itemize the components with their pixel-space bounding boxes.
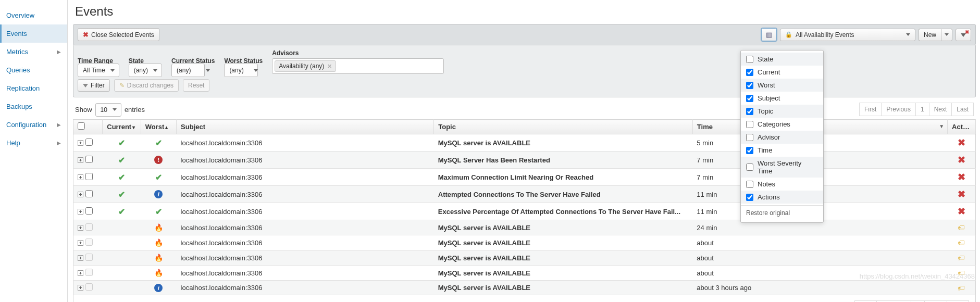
table-row[interactable]: ✔ilocalhost.localdomain:3306Attempted Co…	[73, 186, 976, 203]
column-option-categories[interactable]: Categories	[741, 118, 823, 131]
column-checkbox[interactable]	[746, 108, 753, 115]
table-row[interactable]: ✔✔localhost.localdomain:3306MySQL server…	[73, 134, 976, 152]
column-checkbox[interactable]	[746, 56, 753, 63]
expand-icon[interactable]	[78, 157, 83, 163]
table-row[interactable]: 🔥localhost.localdomain:3306MySQL server …	[73, 220, 976, 235]
close-action-icon[interactable]: ✖	[958, 155, 965, 165]
column-option-label: Topic	[758, 107, 773, 115]
discard-button[interactable]: ✎ Discard changes	[114, 79, 179, 92]
reset-label: Reset	[188, 82, 204, 89]
th-filter-icon[interactable]: ▼	[939, 123, 944, 129]
column-option-advisor[interactable]: Advisor	[741, 131, 823, 144]
table-row[interactable]: ilocalhost.localdomain:3306MySQL server …	[73, 281, 976, 295]
close-action-icon[interactable]: ✖	[958, 206, 965, 217]
state-select[interactable]: (any)	[129, 64, 162, 77]
current-status-select[interactable]: (any)	[171, 64, 205, 77]
new-button[interactable]: New	[919, 29, 941, 41]
new-button-caret[interactable]	[941, 29, 952, 41]
column-option-worst[interactable]: Worst	[741, 79, 823, 92]
column-option-time[interactable]: Time	[741, 144, 823, 157]
note-action-icon[interactable]: 🏷	[958, 284, 965, 292]
table-row[interactable]: 🔥localhost.localdomain:3306MySQL server …	[73, 235, 976, 250]
row-checkbox[interactable]	[85, 139, 93, 146]
expand-icon[interactable]	[78, 209, 83, 215]
note-action-icon[interactable]: 🏷	[958, 238, 965, 247]
sidebar-item-replication[interactable]: Replication	[0, 79, 67, 97]
column-option-subject[interactable]: Subject	[741, 92, 823, 105]
column-option-worst-severity-time[interactable]: Worst Severity Time	[741, 157, 823, 178]
reset-button[interactable]: Reset	[183, 79, 209, 92]
column-option-actions[interactable]: Actions	[741, 191, 823, 204]
column-checkbox[interactable]	[746, 95, 753, 102]
note-action-icon[interactable]: 🏷	[958, 269, 965, 277]
expand-icon[interactable]	[78, 225, 83, 231]
column-checkbox[interactable]	[746, 69, 753, 76]
column-option-current[interactable]: Current	[741, 66, 823, 79]
advisors-tag[interactable]: Availability (any) ✕	[275, 60, 336, 72]
cell-topic: MySQL server is AVAILABLE	[434, 134, 693, 152]
th-select[interactable]	[73, 120, 103, 134]
sidebar-item-metrics[interactable]: Metrics▶	[0, 43, 67, 61]
worst-status-select[interactable]: (any)	[224, 64, 257, 77]
row-checkbox[interactable]	[85, 173, 93, 180]
th-current[interactable]: Current▾	[103, 120, 141, 134]
expand-icon[interactable]	[78, 255, 83, 261]
table-row[interactable]: 🔥localhost.localdomain:3306MySQL server …	[73, 250, 976, 266]
close-selected-button[interactable]: ✖ Close Selected Events	[78, 28, 159, 41]
restore-original-button[interactable]: Restore original	[741, 205, 823, 220]
sidebar-item-events[interactable]: Events	[0, 24, 67, 43]
column-checkbox[interactable]	[746, 147, 753, 154]
note-action-icon[interactable]: 🏷	[958, 254, 965, 262]
entries-select[interactable]: 10	[95, 103, 121, 117]
sidebar-item-overview[interactable]: Overview	[0, 6, 67, 24]
advisors-input[interactable]: Availability (any) ✕	[272, 58, 444, 74]
columns-toggle-button[interactable]: ▥	[761, 28, 777, 41]
column-checkbox[interactable]	[746, 82, 753, 89]
pager-page[interactable]: 1	[916, 103, 929, 116]
expand-icon[interactable]	[78, 192, 83, 197]
expand-icon[interactable]	[78, 270, 83, 276]
expand-icon[interactable]	[78, 174, 83, 180]
expand-icon[interactable]	[78, 285, 83, 291]
availability-filter-dropdown[interactable]: 🔒 All Availability Events	[780, 29, 915, 41]
table-row[interactable]: ✔✔localhost.localdomain:3306Maximum Conn…	[73, 169, 976, 186]
table-row[interactable]: ✔✔localhost.localdomain:3306Excessive Pe…	[73, 203, 976, 220]
th-worst[interactable]: Worst▴	[141, 120, 176, 134]
select-all-checkbox[interactable]	[78, 122, 85, 130]
sidebar-item-backups[interactable]: Backups	[0, 97, 67, 116]
close-action-icon[interactable]: ✖	[958, 137, 965, 148]
th-actions[interactable]: Actions	[948, 120, 976, 134]
pager-last[interactable]: Last	[952, 103, 974, 116]
column-option-state[interactable]: State	[741, 53, 823, 66]
note-action-icon[interactable]: 🏷	[958, 223, 965, 232]
close-action-icon[interactable]: ✖	[958, 172, 965, 182]
close-action-icon[interactable]: ✖	[958, 189, 965, 199]
expand-icon[interactable]	[78, 240, 83, 246]
column-option-notes[interactable]: Notes	[741, 178, 823, 191]
table-row[interactable]: 🔥localhost.localdomain:3306MySQL server …	[73, 266, 976, 281]
column-checkbox[interactable]	[746, 181, 753, 188]
table-row[interactable]: ✔!localhost.localdomain:3306MySQL Server…	[73, 152, 976, 169]
column-checkbox[interactable]	[746, 163, 753, 171]
row-checkbox[interactable]	[85, 156, 93, 163]
time-range-select[interactable]: All Time	[78, 64, 119, 77]
row-checkbox[interactable]	[85, 207, 93, 215]
sidebar-item-configuration[interactable]: Configuration▶	[0, 116, 67, 134]
sidebar-item-queries[interactable]: Queries	[0, 61, 67, 79]
tag-remove-icon[interactable]: ✕	[327, 63, 332, 70]
expand-icon[interactable]	[78, 140, 83, 146]
column-checkbox[interactable]	[746, 121, 753, 128]
filter-button[interactable]: Filter	[78, 79, 110, 92]
column-chooser-popover[interactable]: StateCurrentWorstSubjectTopicCategoriesA…	[740, 50, 824, 223]
column-checkbox[interactable]	[746, 134, 753, 141]
pager-first[interactable]: First	[859, 103, 882, 116]
pager-prev[interactable]: Previous	[882, 103, 916, 116]
sidebar-item-help[interactable]: Help▶	[0, 134, 67, 152]
row-checkbox[interactable]	[85, 190, 93, 197]
th-topic[interactable]: Topic	[434, 120, 693, 134]
column-option-topic[interactable]: Topic	[741, 105, 823, 118]
th-subject[interactable]: Subject	[177, 120, 434, 134]
pager-next[interactable]: Next	[929, 103, 952, 116]
column-checkbox[interactable]	[746, 194, 753, 201]
delete-filter-button[interactable]: ✖	[956, 29, 971, 41]
